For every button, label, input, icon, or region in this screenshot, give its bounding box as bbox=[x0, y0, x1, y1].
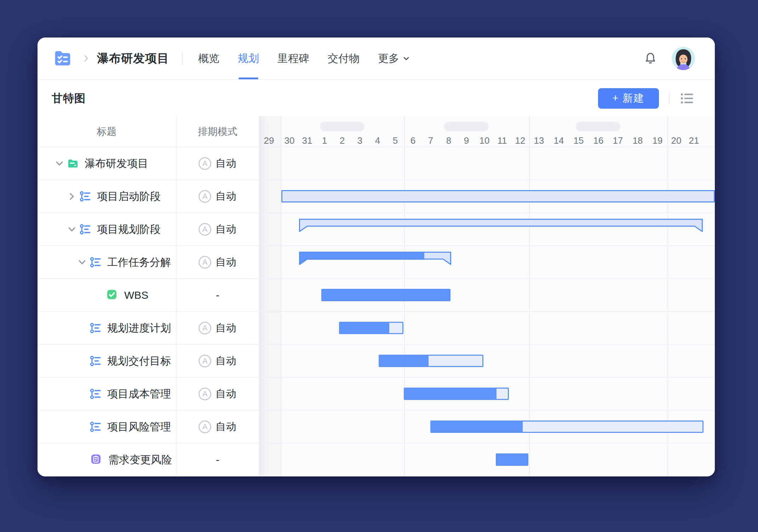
row-gridline bbox=[38, 278, 715, 279]
schedule-mode-cell[interactable]: A自动 bbox=[176, 344, 259, 377]
schedule-mode-cell[interactable]: A自动 bbox=[176, 377, 259, 410]
schedule-mode-cell[interactable]: A自动 bbox=[176, 311, 259, 344]
row-gridline bbox=[38, 311, 715, 312]
toolbar-divider bbox=[669, 93, 670, 104]
notification-bell-icon[interactable] bbox=[643, 51, 657, 65]
task-title: 规划交付目标 bbox=[107, 354, 171, 368]
day-label: 20 bbox=[671, 135, 682, 146]
schedule-mode-label: 自动 bbox=[216, 321, 237, 335]
task-table-panel: 标题 排期模式 瀑布研发项目A自动项目启动阶段A自动项目规划阶段A自动工作任务分… bbox=[38, 116, 259, 476]
app-logo-icon[interactable] bbox=[52, 48, 73, 69]
task-title: 瀑布研发项目 bbox=[85, 156, 148, 171]
stage-icon bbox=[90, 388, 102, 400]
day-label: 21 bbox=[689, 135, 699, 146]
task-title: WBS bbox=[124, 289, 148, 301]
gantt-bar-task[interactable] bbox=[496, 453, 528, 466]
row-gridline bbox=[38, 147, 715, 147]
task-title: 项目成本管理 bbox=[107, 387, 171, 401]
stage-icon bbox=[79, 190, 91, 202]
stage-icon bbox=[90, 421, 102, 433]
schedule-mode-cell[interactable]: A自动 bbox=[176, 246, 259, 279]
app-window: 瀑布研发项目 概览规划里程碑交付物更多 甘特图 bbox=[38, 38, 715, 476]
chevron-down-icon[interactable] bbox=[66, 223, 78, 235]
table-header: 标题 排期模式 bbox=[38, 116, 259, 147]
auto-mode-badge-icon: A bbox=[199, 256, 211, 269]
chevron-down-icon[interactable] bbox=[53, 158, 65, 170]
tab-label: 概览 bbox=[198, 51, 219, 66]
schedule-mode-cell[interactable]: A自动 bbox=[176, 147, 259, 180]
day-label: 29 bbox=[264, 135, 274, 146]
tab-规划[interactable]: 规划 bbox=[238, 38, 259, 79]
table-row[interactable]: 项目风险管理A自动 bbox=[38, 410, 259, 443]
chevron-right-icon[interactable] bbox=[66, 190, 78, 202]
column-header-title: 标题 bbox=[38, 116, 176, 147]
schedule-mode-cell[interactable]: A自动 bbox=[176, 180, 259, 213]
schedule-mode-label: 自动 bbox=[216, 156, 237, 171]
auto-mode-badge-icon: A bbox=[199, 421, 211, 433]
week-gridline bbox=[281, 116, 281, 476]
gantt-bar-summary-fill bbox=[299, 252, 424, 266]
gantt-bar-task[interactable] bbox=[321, 289, 450, 301]
day-label: 3 bbox=[357, 135, 362, 146]
day-label: 31 bbox=[302, 135, 312, 146]
gantt-bar-task-progress[interactable] bbox=[404, 388, 509, 400]
schedule-mode-cell[interactable]: A自动 bbox=[176, 410, 259, 443]
user-avatar[interactable] bbox=[672, 47, 695, 70]
day-label: 1 bbox=[322, 135, 327, 146]
task-title: 工作任务分解 bbox=[107, 255, 171, 269]
stage-icon bbox=[90, 322, 102, 334]
gantt-toolbar: 甘特图 + 新建 bbox=[38, 81, 715, 116]
auto-mode-badge-icon: A bbox=[199, 157, 211, 170]
table-row[interactable]: 项目成本管理A自动 bbox=[38, 377, 259, 410]
table-row[interactable]: 规划进度计划A自动 bbox=[38, 311, 259, 344]
tab-概览[interactable]: 概览 bbox=[198, 38, 219, 79]
day-label: 18 bbox=[633, 135, 643, 146]
schedule-mode-cell[interactable]: - bbox=[176, 279, 259, 311]
table-row[interactable]: WBS- bbox=[38, 279, 259, 311]
tab-label: 交付物 bbox=[328, 51, 360, 66]
schedule-mode-cell[interactable]: A自动 bbox=[176, 213, 259, 246]
chevron-down-icon bbox=[402, 54, 410, 63]
day-label: 6 bbox=[410, 135, 415, 146]
schedule-mode-label: 自动 bbox=[216, 255, 237, 269]
new-task-button[interactable]: + 新建 bbox=[598, 88, 659, 109]
auto-mode-badge-icon: A bbox=[199, 190, 211, 203]
auto-mode-badge-icon: A bbox=[199, 322, 211, 334]
gantt-bar-range[interactable] bbox=[281, 190, 715, 202]
chevron-down-icon[interactable] bbox=[76, 256, 88, 268]
stage-icon bbox=[79, 223, 91, 235]
tabs: 概览规划里程碑交付物更多 bbox=[198, 38, 410, 79]
tab-label: 更多 bbox=[378, 51, 399, 66]
page-title: 瀑布研发项目 bbox=[97, 51, 169, 67]
table-row[interactable]: 项目规划阶段A自动 bbox=[38, 213, 259, 246]
schedule-mode-dash: - bbox=[216, 289, 219, 301]
tab-label: 里程碑 bbox=[277, 51, 309, 66]
table-row[interactable]: 工作任务分解A自动 bbox=[38, 246, 259, 279]
day-label: 12 bbox=[515, 135, 526, 146]
tab-更多[interactable]: 更多 bbox=[378, 38, 410, 79]
schedule-mode-label: 自动 bbox=[216, 189, 237, 204]
gantt-bar-summary[interactable] bbox=[299, 219, 703, 233]
table-row[interactable]: 瀑布研发项目A自动 bbox=[38, 147, 259, 180]
gantt-bar-task-progress[interactable] bbox=[430, 421, 704, 433]
table-row[interactable]: 规划交付目标A自动 bbox=[38, 344, 259, 377]
task-title: 规划进度计划 bbox=[107, 321, 171, 335]
day-label: 11 bbox=[498, 135, 507, 146]
day-label: 13 bbox=[534, 135, 544, 146]
day-label: 4 bbox=[375, 135, 380, 146]
gantt-bar-task-progress[interactable] bbox=[379, 355, 483, 367]
gantt-bar-task-progress[interactable] bbox=[339, 322, 403, 334]
day-label: 7 bbox=[428, 135, 433, 146]
gantt-bar-summary[interactable] bbox=[299, 252, 451, 266]
table-row[interactable]: 项目启动阶段A自动 bbox=[38, 180, 259, 213]
task-title: 项目风险管理 bbox=[107, 419, 171, 434]
task-title: 项目启动阶段 bbox=[97, 189, 161, 204]
day-label: 9 bbox=[464, 135, 469, 146]
doc-icon bbox=[91, 454, 103, 466]
schedule-mode-cell[interactable]: - bbox=[176, 443, 259, 476]
day-label: 8 bbox=[446, 135, 451, 146]
tab-里程碑[interactable]: 里程碑 bbox=[277, 38, 309, 79]
list-view-icon[interactable] bbox=[679, 91, 694, 106]
table-row[interactable]: 需求变更风险- bbox=[38, 443, 259, 476]
tab-交付物[interactable]: 交付物 bbox=[328, 38, 360, 79]
